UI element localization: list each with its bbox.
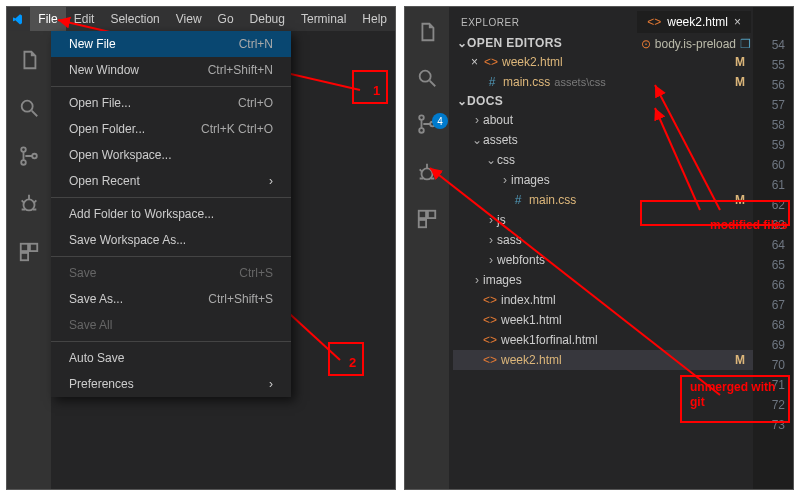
activity-bar: 4 — [405, 7, 449, 489]
line-number: 58 — [753, 115, 785, 135]
file-item[interactable]: <>week1forfinal.html — [453, 330, 753, 350]
source-control-with-badge[interactable]: 4 — [416, 113, 438, 138]
files-icon[interactable] — [18, 49, 40, 71]
menu-edit[interactable]: Edit — [66, 7, 103, 31]
menu-view[interactable]: View — [168, 7, 210, 31]
menu-debug[interactable]: Debug — [242, 7, 293, 31]
chevron-icon: › — [485, 253, 497, 267]
html-file-icon: <> — [647, 15, 661, 29]
menu-selection[interactable]: Selection — [102, 7, 167, 31]
symbol-icon: ⊙ — [641, 37, 651, 51]
menubar: FileEditSelectionViewGoDebugTerminalHelp — [7, 7, 395, 31]
workspace-header[interactable]: ⌄DOCS — [449, 92, 753, 110]
chevron-icon: › — [485, 213, 497, 227]
open-editor-item[interactable]: ×<>week2.htmlM — [453, 52, 753, 72]
debug-icon[interactable] — [18, 193, 40, 215]
chevron-icon: ⌄ — [471, 133, 483, 147]
line-number: 67 — [753, 295, 785, 315]
menu-item-add-folder-to-workspace-[interactable]: Add Folder to Workspace... — [51, 201, 291, 227]
menu-item-new-file[interactable]: New FileCtrl+N — [51, 31, 291, 57]
close-icon[interactable]: × — [734, 15, 741, 29]
search-icon[interactable] — [416, 67, 438, 89]
chevron-icon: › — [499, 173, 511, 187]
annotation-box-2 — [328, 342, 364, 376]
folder-item[interactable]: ⌄assets — [453, 130, 753, 150]
svg-rect-6 — [30, 244, 37, 251]
menu-item-open-folder-[interactable]: Open Folder...Ctrl+K Ctrl+O — [51, 116, 291, 142]
menu-item-save-all: Save All — [51, 312, 291, 338]
menu-help[interactable]: Help — [354, 7, 395, 31]
activity-bar — [7, 31, 51, 489]
folder-item[interactable]: ›webfonts — [453, 250, 753, 270]
cube-icon: ❒ — [740, 37, 751, 51]
source-control-icon[interactable] — [18, 145, 40, 167]
menu-file[interactable]: File — [30, 7, 65, 31]
svg-point-1 — [21, 147, 26, 152]
svg-rect-13 — [419, 211, 426, 218]
menu-item-save-as-[interactable]: Save As...Ctrl+Shift+S — [51, 286, 291, 312]
file-icon: # — [511, 193, 525, 207]
folder-item[interactable]: ›about — [453, 110, 753, 130]
svg-point-2 — [21, 160, 26, 165]
menu-item-auto-save[interactable]: Auto Save — [51, 345, 291, 371]
svg-point-0 — [22, 101, 33, 112]
line-number: 68 — [753, 315, 785, 335]
line-number: 69 — [753, 335, 785, 355]
scm-badge: 4 — [432, 113, 448, 129]
svg-point-10 — [419, 128, 424, 133]
menu-item-open-recent[interactable]: Open Recent› — [51, 168, 291, 194]
chevron-icon: › — [485, 233, 497, 247]
menu-terminal[interactable]: Terminal — [293, 7, 354, 31]
menu-item-open-file-[interactable]: Open File...Ctrl+O — [51, 90, 291, 116]
svg-rect-15 — [419, 220, 426, 227]
files-icon[interactable] — [416, 21, 438, 43]
menu-item-save-workspace-as-[interactable]: Save Workspace As... — [51, 227, 291, 253]
file-icon: <> — [483, 333, 497, 347]
menu-item-new-window[interactable]: New WindowCtrl+Shift+N — [51, 57, 291, 83]
modified-badge: M — [735, 353, 745, 367]
file-icon: <> — [483, 353, 497, 367]
vscode-window-left: FileEditSelectionViewGoDebugTerminalHelp… — [6, 6, 396, 490]
file-item[interactable]: <>week1.html — [453, 310, 753, 330]
folder-item[interactable]: ⌄css — [453, 150, 753, 170]
folder-item[interactable]: ›images — [453, 270, 753, 290]
search-icon[interactable] — [18, 97, 40, 119]
line-number: 54 — [753, 35, 785, 55]
menu-item-preferences[interactable]: Preferences› — [51, 371, 291, 397]
vscode-logo-icon — [13, 11, 22, 27]
line-number: 66 — [753, 275, 785, 295]
annotation-label-modified: modified files — [710, 218, 787, 232]
breadcrumb[interactable]: ⊙ body.is-preload ❒ — [641, 37, 751, 51]
line-number: 61 — [753, 175, 785, 195]
line-number: 70 — [753, 355, 785, 375]
file-item[interactable]: <>week2.htmlM — [453, 350, 753, 370]
menu-item-open-workspace-[interactable]: Open Workspace... — [51, 142, 291, 168]
annotation-number-1: 1 — [373, 83, 380, 98]
extensions-icon[interactable] — [18, 241, 40, 263]
file-icon: <> — [483, 293, 497, 307]
editor-tab-label: week2.html — [667, 15, 728, 29]
chevron-icon: › — [471, 113, 483, 127]
folder-item[interactable]: ›images — [453, 170, 753, 190]
open-editor-item[interactable]: #main.cssassets\cssM — [453, 72, 753, 92]
chevron-icon: › — [471, 273, 483, 287]
menu-go[interactable]: Go — [210, 7, 242, 31]
line-number: 59 — [753, 135, 785, 155]
file-icon: <> — [483, 313, 497, 327]
file-menu-dropdown: New FileCtrl+NNew WindowCtrl+Shift+NOpen… — [51, 31, 291, 397]
editor-tab[interactable]: <> week2.html × — [637, 11, 751, 33]
line-number: 65 — [753, 255, 785, 275]
line-number: 60 — [753, 155, 785, 175]
modified-badge: M — [735, 55, 745, 69]
file-icon: <> — [484, 55, 498, 69]
folder-item[interactable]: ›sass — [453, 230, 753, 250]
close-icon[interactable]: × — [471, 55, 478, 69]
svg-rect-14 — [428, 211, 435, 218]
menu-item-save: SaveCtrl+S — [51, 260, 291, 286]
debug-icon[interactable] — [416, 162, 438, 184]
line-number: 57 — [753, 95, 785, 115]
extensions-icon[interactable] — [416, 208, 438, 230]
line-number: 56 — [753, 75, 785, 95]
line-number: 64 — [753, 235, 785, 255]
file-item[interactable]: <>index.html — [453, 290, 753, 310]
